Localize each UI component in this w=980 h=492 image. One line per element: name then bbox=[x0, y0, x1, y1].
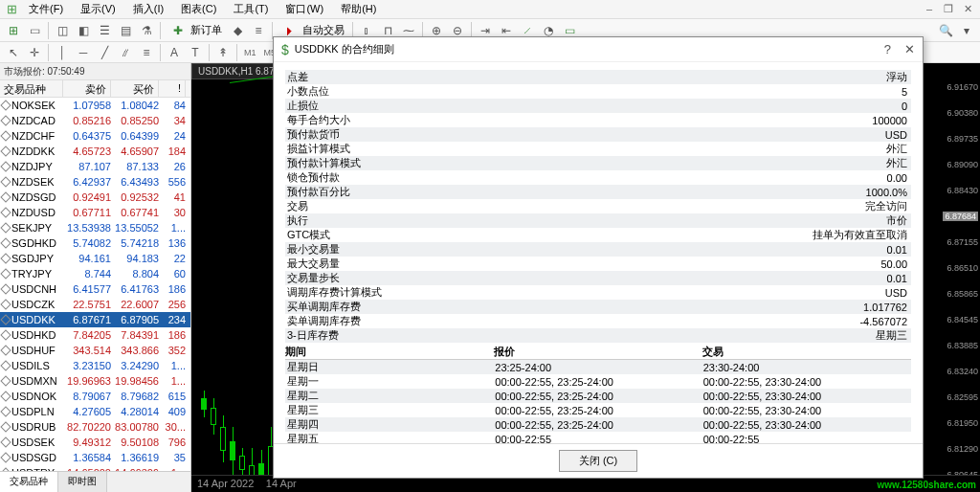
terminal-icon[interactable]: ▤ bbox=[116, 21, 135, 40]
new-order-button[interactable]: ✚新订单 bbox=[165, 21, 226, 40]
quote-row[interactable]: NOKSEK1.079581.0804284 bbox=[0, 98, 190, 113]
label-icon[interactable]: T bbox=[186, 43, 205, 62]
market-watch-panel: 市场报价: 07:50:49 交易品种 卖价 买价 ! NOKSEK1.0795… bbox=[0, 63, 191, 492]
profiles-icon[interactable]: ▭ bbox=[25, 21, 44, 40]
quotes-list[interactable]: NOKSEK1.079581.0804284NZDCAD0.852160.852… bbox=[0, 98, 190, 471]
quote-row[interactable]: USDSGD1.365841.3661935 bbox=[0, 450, 190, 465]
quote-row[interactable]: NZDCHF0.643750.6439924 bbox=[0, 128, 190, 144]
menu-file[interactable]: 文件(F) bbox=[21, 0, 71, 18]
menu-window[interactable]: 窗口(W) bbox=[278, 0, 331, 18]
new-chart-icon[interactable]: ⊞ bbox=[4, 21, 23, 40]
schedule-row: 星期二00:00-22:55, 23:25-24:0000:00-22:55, … bbox=[285, 389, 911, 403]
spec-row: 买单调期库存费1.017762 bbox=[285, 300, 911, 314]
schedule-row: 星期日23:25-24:0023:30-24:00 bbox=[285, 360, 911, 374]
quote-row[interactable]: NZDSGD0.924910.9253241 bbox=[0, 190, 190, 205]
spec-row: 卖单调期库存费-4.567072 bbox=[285, 314, 911, 328]
quote-row[interactable]: USDHUF343.514343.866352 bbox=[0, 343, 190, 358]
menu-help[interactable]: 帮助(H) bbox=[333, 0, 384, 18]
quote-row[interactable]: USDSEK9.493129.50108796 bbox=[0, 435, 190, 450]
spec-row: 交易完全访问 bbox=[285, 199, 911, 213]
metaeditor-icon[interactable]: ◆ bbox=[228, 21, 247, 40]
search-icon[interactable]: 🔍 bbox=[936, 21, 955, 40]
quote-row[interactable]: USDNOK8.790678.79682615 bbox=[0, 389, 190, 404]
marketwatch-icon[interactable]: ◫ bbox=[53, 21, 72, 40]
quote-row[interactable]: USDPLN4.276054.28014409 bbox=[0, 404, 190, 419]
spec-row: 锁仓预付款0.00 bbox=[285, 170, 911, 185]
spec-row: 每手合约大小100000 bbox=[285, 113, 911, 127]
quote-row[interactable]: NZDUSD0.677110.6774130 bbox=[0, 205, 190, 220]
vline-icon[interactable]: │ bbox=[53, 43, 72, 62]
dialog-title: USDDKK 的合约细则 bbox=[295, 42, 394, 56]
plus-icon: ✚ bbox=[168, 21, 188, 40]
quote-row[interactable]: NZDCAD0.852160.8525034 bbox=[0, 113, 190, 128]
quote-row[interactable]: SEKJPY13.5393813.550521... bbox=[0, 220, 190, 235]
app-icon: ⊞ bbox=[4, 2, 19, 17]
quote-row[interactable]: USDILS3.231503.242901... bbox=[0, 358, 190, 373]
spec-row: 最大交易量50.00 bbox=[285, 257, 911, 271]
spec-row: 点差浮动 bbox=[285, 70, 911, 84]
dialog-help-icon[interactable]: ? bbox=[884, 42, 891, 56]
left-tabs: 交易品种 即时图 bbox=[0, 471, 190, 492]
menu-tools[interactable]: 工具(T) bbox=[226, 0, 276, 18]
signals-icon[interactable]: ▾ bbox=[957, 21, 976, 40]
quote-row[interactable]: SGDJPY94.16194.18322 bbox=[0, 251, 190, 266]
menu-chart[interactable]: 图表(C) bbox=[173, 0, 224, 18]
spec-row: 预付款货币USD bbox=[285, 127, 911, 142]
fibo-icon[interactable]: ≡ bbox=[137, 43, 156, 62]
quote-row[interactable]: TRYJPY8.7448.80460 bbox=[0, 266, 190, 281]
quote-row[interactable]: NZDSEK6.429376.43493556 bbox=[0, 174, 190, 190]
navigator-icon[interactable]: ☰ bbox=[95, 21, 114, 40]
arrows-icon[interactable]: ↟ bbox=[213, 43, 233, 62]
quote-row[interactable]: USDCNH6.415776.41763186 bbox=[0, 281, 190, 297]
quote-row[interactable]: NZDDKK4.657234.65907184 bbox=[0, 144, 190, 159]
schedule-header: 期间报价交易 bbox=[285, 345, 911, 360]
market-watch-header: 交易品种 卖价 买价 ! bbox=[0, 80, 190, 98]
quote-row[interactable]: USDRUB82.7022083.0078030... bbox=[0, 419, 190, 435]
spec-row: 执行市价 bbox=[285, 213, 911, 228]
market-watch-title: 市场报价: 07:50:49 bbox=[0, 63, 190, 80]
dialog-close-icon[interactable]: ✕ bbox=[904, 42, 915, 56]
spec-row: 损益计算模式外汇 bbox=[285, 142, 911, 156]
menu-insert[interactable]: 插入(I) bbox=[125, 0, 171, 18]
close-button[interactable]: 关闭 (C) bbox=[559, 450, 637, 472]
minimize-icon[interactable]: – bbox=[921, 3, 938, 15]
menu-view[interactable]: 显示(V) bbox=[73, 0, 123, 18]
close-icon[interactable]: ✕ bbox=[959, 3, 976, 15]
channel-icon[interactable]: ⫽ bbox=[116, 43, 135, 62]
text-icon[interactable]: A bbox=[165, 43, 184, 62]
spec-row: 预付款计算模式外汇 bbox=[285, 156, 911, 170]
options-icon[interactable]: ≡ bbox=[249, 21, 268, 40]
quote-row[interactable]: USDHKD7.842057.84391186 bbox=[0, 327, 190, 343]
tf-m1[interactable]: M1 bbox=[241, 47, 259, 58]
datawindow-icon[interactable]: ◧ bbox=[74, 21, 93, 40]
spec-row: 止损位0 bbox=[285, 99, 911, 113]
hline-icon[interactable]: ─ bbox=[74, 43, 93, 62]
tab-tickchart[interactable]: 即时图 bbox=[58, 472, 107, 492]
dialog-icon: $ bbox=[281, 42, 289, 57]
quote-row[interactable]: USDCZK22.575122.6007256 bbox=[0, 297, 190, 312]
tab-symbols[interactable]: 交易品种 bbox=[0, 472, 58, 492]
quote-row[interactable]: NZDJPY87.10787.13326 bbox=[0, 159, 190, 174]
strategy-icon[interactable]: ⚗ bbox=[137, 21, 156, 40]
spec-row: 最小交易量0.01 bbox=[285, 242, 911, 257]
spec-row: 小数点位5 bbox=[285, 84, 911, 99]
schedule-row: 星期五00:00-22:5500:00-22:55 bbox=[285, 432, 911, 443]
dialog-titlebar: $ USDDKK 的合约细则 ? ✕ bbox=[274, 37, 923, 62]
schedule-row: 星期四00:00-22:55, 23:25-24:0000:00-22:55, … bbox=[285, 417, 911, 432]
spec-row: 交易量步长0.01 bbox=[285, 271, 911, 285]
spec-row: 3-日库存费星期三 bbox=[285, 328, 911, 343]
crosshair-icon[interactable]: ✛ bbox=[25, 43, 44, 62]
spec-row: 调期库存费计算模式USD bbox=[285, 285, 911, 300]
maximize-icon[interactable]: ❐ bbox=[940, 3, 957, 15]
quote-row[interactable]: SGDHKD5.740825.74218136 bbox=[0, 235, 190, 251]
spec-row: GTC模式挂单为有效直至取消 bbox=[285, 228, 911, 242]
schedule-row: 星期一00:00-22:55, 23:25-24:0000:00-22:55, … bbox=[285, 374, 911, 389]
dialog-body: 点差浮动小数点位5止损位0每手合约大小100000预付款货币USD损益计算模式外… bbox=[274, 62, 923, 443]
quote-row[interactable]: USDMXN19.9696319.984561... bbox=[0, 373, 190, 389]
cursor-icon[interactable]: ↖ bbox=[4, 43, 23, 62]
watermark: www.12580share.com bbox=[877, 480, 976, 490]
schedule-row: 星期三00:00-22:55, 23:25-24:0000:00-22:55, … bbox=[285, 403, 911, 417]
spec-row: 预付款百分比1000.0% bbox=[285, 185, 911, 199]
quote-row[interactable]: USDDKK6.876716.87905234 bbox=[0, 312, 190, 327]
trendline-icon[interactable]: ╱ bbox=[95, 43, 114, 62]
